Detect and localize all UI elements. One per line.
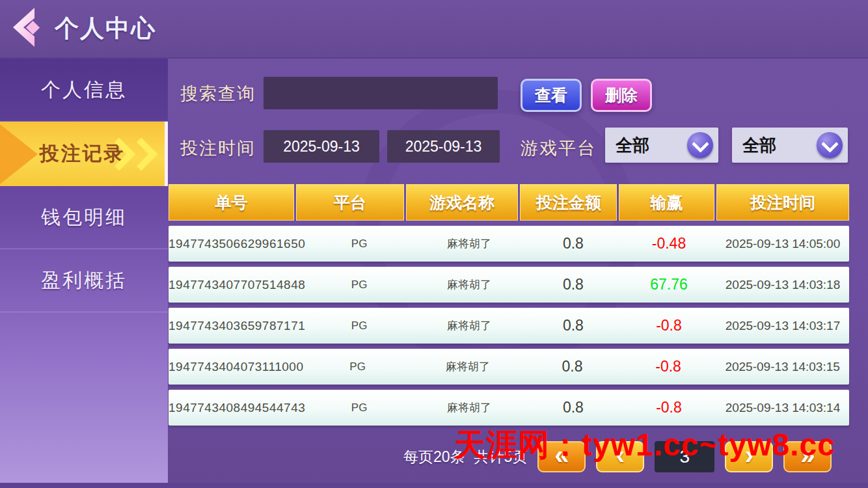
cell-bet-time: 2025-09-13 14:03:17 [716,308,849,344]
total-pages-text: 共计5页 [474,447,528,467]
cell-platform: PG [305,267,413,303]
date-to-field[interactable]: 2025-09-13 [387,130,500,163]
column-header-order-no[interactable]: 单号 [169,184,294,221]
bottom-bar [0,483,868,488]
table-row[interactable]: 1947743404073111000 PG 麻将胡了 0.8 -0.8 202… [169,349,849,385]
view-button[interactable]: 查看 [521,79,582,112]
cell-game-name: 麻将胡了 [413,308,525,344]
cell-bet-time: 2025-09-13 14:03:15 [716,349,849,385]
chevron-right-icon: › [745,442,753,468]
cell-platform: PG [305,390,413,426]
sidebar-item-label: 盈利概括 [41,267,127,294]
table-header-row: 单号 平台 游戏名称 投注金额 输赢 投注时间 [169,184,849,221]
delete-button[interactable]: 删除 [591,79,652,112]
bet-records-table: 单号 平台 游戏名称 投注金额 输赢 投注时间 1947743506629961… [169,184,849,426]
bet-time-label: 投注时间 [180,137,256,160]
prev-page-button[interactable]: ‹ [596,441,644,472]
back-button[interactable] [9,8,47,49]
sidebar-item-label: 钱包明细 [41,204,127,231]
sidebar-item-bet-records[interactable]: 投注记录 [0,122,168,186]
platform-dropdown[interactable]: 全部 [605,128,718,163]
chevron-down-icon [817,132,843,158]
cell-winloss: -0.8 [621,390,716,426]
column-header-game-name[interactable]: 游戏名称 [406,184,518,221]
cell-winloss: 67.76 [621,267,716,303]
cell-winloss: -0.48 [621,226,716,262]
column-header-winloss[interactable]: 输赢 [619,184,714,221]
game-selected-value: 全部 [742,134,776,157]
cell-winloss: -0.8 [621,308,716,344]
per-page-text: 每页20条 [403,447,465,467]
next-page-button[interactable]: › [725,441,773,472]
table-row[interactable]: 1947743506629961650 PG 麻将胡了 0.8 -0.48 20… [169,226,849,262]
sidebar: 个人信息 投注记录 钱包明细 盈利概括 [0,59,168,483]
game-dropdown[interactable]: 全部 [732,128,848,163]
cell-game-name: 麻将胡了 [412,349,524,385]
cell-bet-amount: 0.8 [525,308,621,344]
column-header-bet-amount[interactable]: 投注金额 [520,184,617,221]
first-page-button[interactable]: « [537,441,586,472]
search-input[interactable] [264,77,498,109]
cell-game-name: 麻将胡了 [413,226,525,262]
cell-order-no: 1947743407707514848 [169,267,305,303]
search-label: 搜索查询 [180,82,256,105]
cell-bet-time: 2025-09-13 14:03:14 [716,390,849,426]
column-header-bet-time[interactable]: 投注时间 [716,184,849,221]
cell-platform: PG [305,308,413,344]
pagination: 每页20条 共计5页 « ‹ 3 › » [403,441,832,472]
column-header-platform[interactable]: 平台 [296,184,404,221]
sidebar-item-wallet-details[interactable]: 钱包明细 [0,186,168,249]
cell-order-no: 1947743404073111000 [169,349,303,385]
chevron-right-icon [125,137,158,170]
cell-bet-amount: 0.8 [525,390,621,426]
cell-order-no: 1947743506629961650 [169,226,305,262]
date-from-field[interactable]: 2025-09-13 [264,130,379,163]
cell-platform: PG [305,226,413,262]
table-row[interactable]: 1947743407707514848 PG 麻将胡了 0.8 67.76 20… [169,267,849,303]
cell-bet-amount: 0.8 [525,226,621,262]
sidebar-item-profit-summary[interactable]: 盈利概括 [0,249,168,312]
game-platform-label: 游戏平台 [521,137,596,160]
chevron-left-icon: ‹ [616,442,625,468]
top-bar: 个人中心 [0,0,868,59]
main-content: 搜索查询 查看 删除 投注时间 2025-09-13 2025-09-13 游戏… [168,57,868,483]
cell-game-name: 麻将胡了 [413,390,525,426]
last-page-button[interactable]: » [783,441,832,472]
cell-winloss: -0.8 [621,349,716,385]
cell-bet-amount: 0.8 [525,267,621,303]
double-chevron-left-icon: « [554,442,569,468]
current-page-indicator: 3 [655,441,714,472]
back-arrow-icon [10,7,46,50]
cell-bet-amount: 0.8 [524,349,621,385]
sidebar-item-label: 个人信息 [41,77,127,103]
personal-center-screen: 个人中心 个人信息 投注记录 钱包明细 盈利概括 搜索查询 查看 删除 投注时间… [0,0,868,488]
cell-order-no: 1947743408494544743 [169,390,305,426]
platform-selected-value: 全部 [616,134,649,157]
cell-game-name: 麻将胡了 [413,267,525,303]
table-row[interactable]: 1947743408494544743 PG 麻将胡了 0.8 -0.8 202… [169,390,849,426]
double-chevron-right-icon: » [800,442,815,468]
cell-bet-time: 2025-09-13 14:05:00 [716,226,849,262]
cell-order-no: 1947743403659787171 [169,308,305,344]
page-title: 个人中心 [55,12,156,45]
chevron-down-icon [687,132,713,158]
table-row[interactable]: 1947743403659787171 PG 麻将胡了 0.8 -0.8 202… [169,308,849,344]
cell-bet-time: 2025-09-13 14:03:18 [716,267,849,303]
sidebar-item-personal-info[interactable]: 个人信息 [0,59,168,122]
cell-platform: PG [303,349,411,385]
